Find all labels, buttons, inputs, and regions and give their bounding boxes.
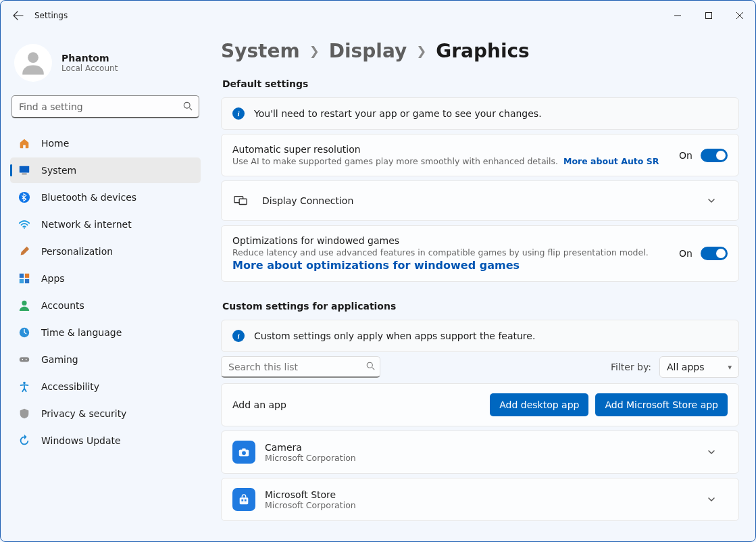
display-connection-icon <box>232 195 249 207</box>
back-button[interactable] <box>6 3 30 28</box>
sidebar-item-apps[interactable]: Apps <box>10 266 201 291</box>
sidebar-item-label: Gaming <box>41 354 78 365</box>
brush-icon <box>18 245 30 257</box>
breadcrumb-system[interactable]: System <box>221 40 300 62</box>
window-controls <box>662 5 755 26</box>
wifi-icon <box>18 218 30 230</box>
clock-icon <box>18 326 30 339</box>
setting-windowed-opt: Optimizations for windowed games Reduce … <box>221 225 739 282</box>
svg-rect-0 <box>706 13 712 19</box>
maximize-icon <box>705 12 712 19</box>
sidebar-item-label: Privacy & security <box>41 408 126 419</box>
svg-point-16 <box>23 382 26 385</box>
chevron-down-icon <box>707 197 728 205</box>
close-icon <box>736 12 743 19</box>
sidebar-item-personalization[interactable]: Personalization <box>10 239 201 264</box>
sidebar-search[interactable] <box>11 95 199 118</box>
svg-rect-8 <box>25 274 29 278</box>
avatar-icon <box>19 49 47 77</box>
app-publisher: Microsoft Corporation <box>265 500 698 510</box>
section-title-custom: Custom settings for applications <box>222 301 739 312</box>
add-store-app-button[interactable]: Add Microsoft Store app <box>595 393 728 416</box>
list-search[interactable] <box>221 356 380 378</box>
close-button[interactable] <box>724 5 755 26</box>
setting-display-connection[interactable]: Display Connection <box>221 180 739 221</box>
app-name: Microsoft Store <box>265 489 698 500</box>
svg-rect-3 <box>20 166 29 173</box>
setting-title: Display Connection <box>262 195 698 206</box>
app-row-store[interactable]: Microsoft Store Microsoft Corporation <box>221 478 739 521</box>
svg-point-19 <box>367 362 372 368</box>
sidebar-item-label: Accessibility <box>41 381 99 392</box>
svg-rect-9 <box>20 279 24 283</box>
minimize-button[interactable] <box>662 5 693 26</box>
setting-title: Optimizations for windowed games <box>232 235 670 246</box>
svg-point-14 <box>22 359 23 360</box>
store-app-icon <box>232 488 255 511</box>
breadcrumb-display[interactable]: Display <box>329 40 407 62</box>
camera-app-icon <box>232 441 255 464</box>
app-name: Camera <box>265 442 698 453</box>
search-icon <box>366 362 375 370</box>
chevron-down-icon <box>707 448 728 456</box>
bluetooth-icon <box>18 191 30 203</box>
filter-label: Filter by: <box>611 362 651 372</box>
sidebar-item-bluetooth[interactable]: Bluetooth & devices <box>10 184 201 210</box>
info-icon: i <box>232 330 245 342</box>
svg-rect-22 <box>242 449 245 451</box>
sidebar-item-accounts[interactable]: Accounts <box>10 293 201 318</box>
sidebar-item-label: Time & language <box>41 327 122 338</box>
shield-icon <box>18 408 30 420</box>
toggle-state: On <box>679 150 692 161</box>
sidebar-item-label: Home <box>41 138 69 149</box>
filter-dropdown[interactable]: All apps ▾ <box>659 356 739 378</box>
filter-value: All apps <box>667 362 704 372</box>
svg-point-1 <box>28 52 39 63</box>
sidebar-item-gaming[interactable]: Gaming <box>10 347 201 372</box>
add-app-label: Add an app <box>232 399 286 410</box>
setting-auto-sr: Automatic super resolution Use AI to mak… <box>221 134 739 176</box>
user-profile[interactable]: Phantom Local Account <box>10 39 201 94</box>
sidebar-item-home[interactable]: Home <box>10 130 201 156</box>
system-icon <box>18 164 30 176</box>
sidebar-item-label: Personalization <box>41 246 113 257</box>
windowed-opt-toggle[interactable] <box>701 247 728 260</box>
window-title: Settings <box>34 11 68 20</box>
sidebar-item-privacy[interactable]: Privacy & security <box>10 401 201 426</box>
sidebar-item-accessibility[interactable]: Accessibility <box>10 374 201 399</box>
sidebar-item-network[interactable]: Network & internet <box>10 212 201 237</box>
sidebar-item-label: Bluetooth & devices <box>41 192 136 203</box>
chevron-down-icon <box>707 495 728 503</box>
svg-rect-24 <box>241 499 243 501</box>
person-icon <box>18 299 30 312</box>
sidebar-item-label: Accounts <box>41 300 84 311</box>
auto-sr-toggle[interactable] <box>701 149 728 162</box>
filter-row: Filter by: All apps ▾ <box>221 356 739 378</box>
app-publisher: Microsoft Corporation <box>265 453 698 463</box>
sidebar-item-update[interactable]: Windows Update <box>10 428 201 453</box>
svg-rect-4 <box>22 174 26 175</box>
app-row-camera[interactable]: Camera Microsoft Corporation <box>221 430 739 474</box>
auto-sr-link[interactable]: More about Auto SR <box>563 156 659 166</box>
add-desktop-app-button[interactable]: Add desktop app <box>490 393 588 416</box>
arrow-left-icon <box>13 10 24 21</box>
svg-point-2 <box>184 102 190 108</box>
sidebar-item-system[interactable]: System <box>10 157 201 183</box>
chevron-right-icon: ❯ <box>309 44 320 58</box>
accessibility-icon <box>18 380 30 393</box>
windowed-opt-link[interactable]: More about optimizations for windowed ga… <box>232 259 670 272</box>
setting-title: Automatic super resolution <box>232 144 670 155</box>
breadcrumb-current: Graphics <box>436 40 530 62</box>
gamepad-icon <box>18 353 30 366</box>
sidebar-item-time[interactable]: Time & language <box>10 320 201 345</box>
list-search-input[interactable] <box>221 356 380 378</box>
maximize-button[interactable] <box>693 5 724 26</box>
profile-subtitle: Local Account <box>61 64 118 73</box>
svg-point-11 <box>22 301 26 305</box>
search-input[interactable] <box>11 95 199 118</box>
titlebar: Settings <box>1 1 755 30</box>
apps-icon <box>18 272 30 285</box>
info-text: Custom settings only apply when apps sup… <box>254 330 535 341</box>
svg-point-5 <box>19 192 30 203</box>
profile-name: Phantom <box>61 53 118 64</box>
